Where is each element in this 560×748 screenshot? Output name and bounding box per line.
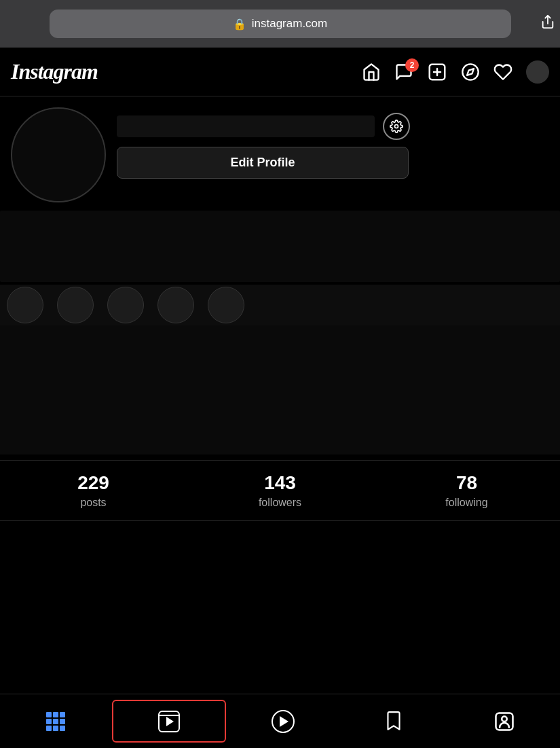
profile-right: Edit Profile bbox=[117, 107, 549, 179]
explore-icon[interactable] bbox=[461, 63, 480, 82]
svg-point-6 bbox=[395, 125, 398, 128]
followers-stat[interactable]: 143 followers bbox=[187, 472, 373, 509]
svg-marker-5 bbox=[467, 69, 474, 75]
nav-saved[interactable] bbox=[338, 694, 449, 748]
bottom-nav bbox=[0, 694, 560, 748]
username-row bbox=[117, 113, 549, 140]
posts-stat[interactable]: 229 posts bbox=[0, 472, 187, 509]
video-icon bbox=[272, 710, 295, 733]
reels-line bbox=[159, 715, 179, 716]
highlight-5[interactable] bbox=[208, 287, 244, 323]
highlight-4[interactable] bbox=[157, 287, 194, 323]
highlight-3[interactable] bbox=[107, 287, 144, 323]
grid-icon bbox=[46, 712, 65, 731]
settings-icon[interactable] bbox=[383, 113, 410, 140]
nav-grid[interactable] bbox=[0, 694, 111, 748]
share-button[interactable] bbox=[540, 14, 555, 33]
following-label: following bbox=[445, 497, 487, 509]
lock-icon: 🔒 bbox=[233, 18, 246, 31]
browser-bar: 🔒 instagram.com bbox=[0, 0, 560, 48]
highlights-row bbox=[0, 285, 560, 325]
following-count: 78 bbox=[456, 472, 477, 494]
profile-section: Edit Profile bbox=[0, 96, 560, 202]
posts-count: 229 bbox=[77, 472, 109, 494]
followers-label: followers bbox=[259, 497, 301, 509]
followers-count: 143 bbox=[264, 472, 296, 494]
activity-heart-icon[interactable] bbox=[493, 63, 512, 82]
following-stat[interactable]: 78 following bbox=[373, 472, 560, 509]
instagram-logo: Instagram bbox=[11, 59, 98, 84]
header-nav-icons: 2 bbox=[362, 60, 549, 84]
highlight-1[interactable] bbox=[7, 287, 43, 323]
highlight-2[interactable] bbox=[57, 287, 94, 323]
edit-profile-button[interactable]: Edit Profile bbox=[117, 147, 409, 179]
posts-grid-area bbox=[0, 325, 560, 455]
profile-avatar-nav[interactable] bbox=[526, 60, 549, 84]
add-post-icon[interactable] bbox=[427, 62, 447, 82]
profile-avatar[interactable] bbox=[11, 107, 106, 202]
bookmark-icon bbox=[385, 711, 403, 732]
url-text: instagram.com bbox=[252, 17, 327, 31]
avatar-image bbox=[12, 109, 105, 201]
reels-icon bbox=[158, 711, 180, 732]
profile-top: Edit Profile bbox=[11, 107, 549, 202]
stats-row: 229 posts 143 followers 78 following bbox=[0, 460, 560, 521]
url-bar[interactable]: 🔒 instagram.com bbox=[50, 10, 511, 38]
messages-badge: 2 bbox=[405, 58, 419, 72]
posts-label: posts bbox=[80, 497, 106, 509]
play-triangle bbox=[280, 716, 288, 727]
svg-point-4 bbox=[462, 64, 478, 79]
reels-play-triangle bbox=[166, 717, 174, 726]
nav-reels[interactable] bbox=[112, 700, 225, 743]
svg-point-8 bbox=[502, 716, 508, 722]
username-bar bbox=[117, 115, 375, 137]
messages-icon[interactable]: 2 bbox=[394, 63, 413, 82]
home-icon[interactable] bbox=[362, 63, 381, 82]
instagram-header: Instagram 2 bbox=[0, 48, 560, 96]
person-tag-icon bbox=[494, 711, 515, 732]
nav-video[interactable] bbox=[227, 694, 338, 748]
bio-block bbox=[0, 211, 560, 282]
nav-tagged[interactable] bbox=[449, 694, 560, 748]
